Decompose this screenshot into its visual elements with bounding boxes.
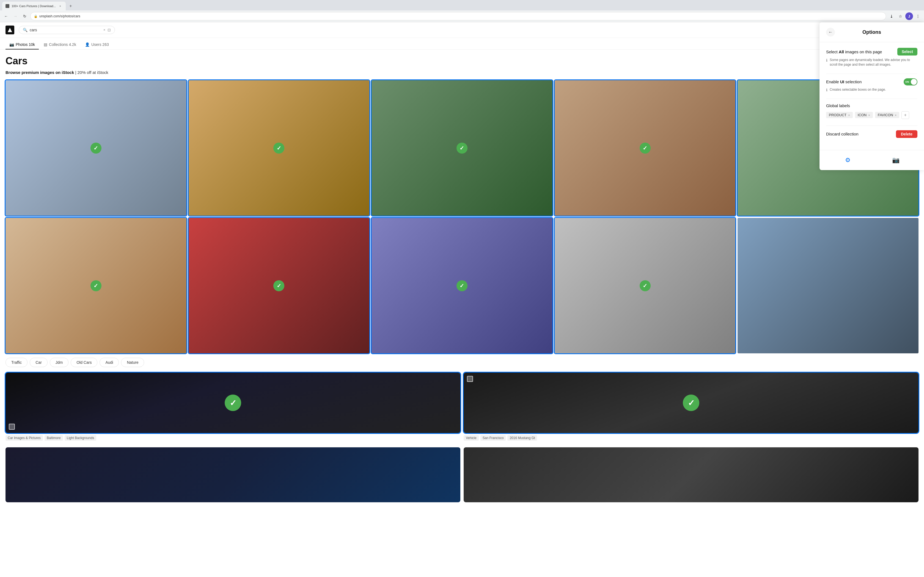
tags-section: Traffic Car Jdm Old Cars Audi Nature (5, 358, 919, 367)
search-input[interactable] (30, 28, 101, 32)
menu-button[interactable]: ⋮ (914, 12, 922, 20)
settings-footer-button[interactable]: ⚙ (842, 155, 853, 166)
ui-selection-section: Enable UI selection ON ℹ Creates selecta… (826, 78, 918, 92)
select-info-message: Some pages are dynamically loaded. We ad… (830, 58, 918, 67)
toggle-info: ℹ Creates selectable boxes on the page. (826, 88, 918, 92)
tag-nature[interactable]: Nature (121, 358, 144, 367)
camera-search-icon[interactable]: ⊡ (108, 28, 111, 32)
toggle-info-icon: ℹ (826, 88, 827, 92)
ui-selection-toggle[interactable]: ON (904, 78, 918, 85)
label-icon-text: ICON (858, 113, 867, 117)
tag-car[interactable]: Car (30, 358, 48, 367)
select-info-text: ℹ Some pages are dynamically loaded. We … (826, 58, 918, 67)
extensions-button[interactable]: ⤓ (888, 12, 895, 20)
promo-suffix: | 20% off at iStock (75, 70, 108, 75)
tab-favicon (5, 4, 9, 8)
unsplash-logo[interactable] (5, 26, 14, 34)
photo-tag-mustang[interactable]: 2016 Mustang Gt (507, 435, 537, 441)
delete-button[interactable]: Delete (896, 130, 918, 138)
tab-close-button[interactable]: × (58, 4, 62, 8)
content-body: Cars Browse premium images on iStock | 2… (0, 50, 924, 508)
photo-tag-baltimore[interactable]: Baltimore (45, 435, 63, 441)
check-overlay-2: ✓ (273, 143, 284, 153)
options-title: Options (838, 29, 918, 35)
content-tabs: 📷 Photos 10k ▤ Collections 4.2k 👤 Users … (0, 38, 924, 50)
check-overlay-1: ✓ (90, 143, 102, 153)
labels-section: Global labels PRODUCT × ICON × FAVICON ×… (826, 103, 918, 119)
info-icon: ℹ (826, 58, 827, 63)
label-product: PRODUCT × (826, 112, 853, 118)
photo-thumb-2[interactable]: ✓ (189, 80, 370, 216)
promo-link[interactable]: Browse premium images on iStock (5, 70, 74, 75)
photo-thumb-3[interactable]: ✓ (372, 80, 552, 216)
reload-button[interactable]: ↻ (21, 12, 29, 20)
label-product-remove[interactable]: × (848, 113, 850, 117)
label-favicon-remove[interactable]: × (895, 113, 897, 117)
checkbox-overlay-1[interactable] (9, 424, 15, 430)
photo-tag-car-images[interactable]: Car Images & Pictures (5, 435, 43, 441)
camera-footer-button[interactable]: 📷 (890, 155, 901, 166)
photo-thumb-10[interactable] (738, 218, 919, 353)
tag-old-cars[interactable]: Old Cars (71, 358, 97, 367)
select-all-row: Select All images on this page Select (826, 48, 918, 55)
label-product-text: PRODUCT (829, 113, 846, 117)
back-arrow-icon: ← (828, 30, 833, 35)
large-photo-1[interactable]: ✓ (5, 372, 460, 433)
check-overlay-6: ✓ (90, 280, 102, 291)
active-tab[interactable]: 100+ Cars Pictures | Download... × (2, 2, 66, 10)
photo-tag-light-backgrounds[interactable]: Light Backgrounds (65, 435, 96, 441)
large-photo-container-2: ✓ Vehicle San Francisco 2016 Mustang Gt (464, 372, 919, 443)
options-footer: ⚙ 📷 (819, 150, 924, 170)
photo-tag-san-francisco[interactable]: San Francisco (480, 435, 506, 441)
forward-button[interactable]: → (11, 12, 19, 20)
logo-icon (8, 28, 12, 32)
toggle-info-text: Creates selectable boxes on the page. (830, 88, 886, 92)
tag-traffic[interactable]: Traffic (5, 358, 27, 367)
new-tab-button[interactable]: + (67, 2, 74, 10)
lock-icon: 🔒 (34, 15, 38, 18)
label-icon-remove[interactable]: × (868, 113, 870, 117)
main-content: 🔍 × ⊡ Submit a photo ≡ 📷 Photos 10k ▤ Co (0, 22, 924, 577)
tab-collections[interactable]: ▤ Collections 4.2k (40, 40, 80, 50)
photo-thumb-6[interactable]: ✓ (5, 218, 186, 353)
add-label-button[interactable]: + (901, 111, 909, 119)
check-overlay-8: ✓ (457, 280, 467, 291)
profile-button[interactable]: J (905, 12, 913, 20)
tab-users[interactable]: 👤 Users 263 (81, 40, 113, 50)
photos-tab-label: Photos 10k (16, 42, 35, 47)
photo-tag-vehicle[interactable]: Vehicle (464, 435, 479, 441)
checkbox-overlay-2[interactable] (467, 376, 473, 382)
page-title: Cars (5, 55, 919, 67)
tag-audi[interactable]: Audi (100, 358, 119, 367)
bottom-photo-2[interactable] (464, 447, 919, 502)
select-all-button[interactable]: Select (897, 48, 918, 55)
check-overlay-3: ✓ (457, 143, 467, 153)
photo-thumb-1[interactable]: ✓ (5, 80, 186, 216)
discard-section: Discard collection Delete (826, 130, 918, 138)
large-photo-2[interactable]: ✓ (464, 372, 919, 433)
photo-thumb-7[interactable]: ✓ (189, 218, 370, 353)
photo-thumb-9[interactable]: ✓ (555, 218, 736, 353)
options-panel: ← Options Select All images on this page… (819, 22, 924, 170)
large-check-1: ✓ (225, 395, 241, 411)
select-text-bold: All (839, 50, 844, 54)
camera-icon: 📷 (892, 156, 900, 164)
bookmark-button[interactable]: ☆ (897, 12, 904, 20)
options-back-button[interactable]: ← (826, 28, 835, 37)
tag-jdm[interactable]: Jdm (50, 358, 68, 367)
gear-icon: ⚙ (845, 156, 851, 164)
address-bar[interactable]: 🔒 unsplash.com/s/photos/cars (30, 12, 886, 20)
users-tab-label: Users 263 (91, 42, 109, 47)
toggle-row: Enable UI selection ON (826, 78, 918, 85)
back-button[interactable]: ← (2, 12, 10, 20)
url-text: unsplash.com/s/photos/cars (39, 14, 882, 18)
select-all-text: Select All images on this page (826, 50, 882, 54)
search-clear-button[interactable]: × (103, 28, 105, 32)
tab-photos[interactable]: 📷 Photos 10k (5, 40, 39, 50)
photo-thumb-4[interactable]: ✓ (555, 80, 736, 216)
toggle-on-label: ON (905, 81, 909, 83)
bottom-photos (5, 447, 919, 502)
photo-thumb-8[interactable]: ✓ (372, 218, 552, 353)
collections-tab-label: Collections 4.2k (49, 42, 76, 47)
bottom-photo-1[interactable] (5, 447, 460, 502)
